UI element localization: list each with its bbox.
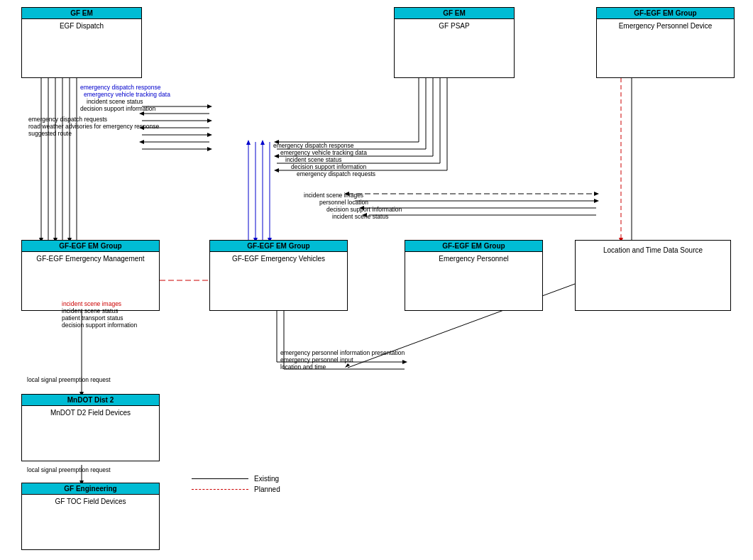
node-gfegf-em-body: GF-EGF Emergency Management [22,252,159,265]
node-ep-device-header: GF-EGF EM Group [597,8,734,19]
node-ep-body: Emergency Personnel [405,252,542,265]
svg-marker-17 [207,119,212,123]
diagram-container: GF EM EGF Dispatch GF EM GF PSAP GF-EGF … [0,0,753,560]
svg-marker-25 [207,147,212,151]
node-gf-toc: GF Engineering GF TOC Field Devices [21,483,160,550]
label-dispatch-requests-2: emergency dispatch requests [297,170,375,177]
label-ep-info-pres: emergency personnel information presenta… [280,349,405,356]
svg-marker-34 [274,154,279,158]
svg-marker-43 [594,192,599,196]
label-incident-scene-status-em: incident scene status [62,307,118,314]
label-patient-transport: patient transport status [62,314,123,322]
label-decision-support-2: decision support information [291,163,366,170]
legend-existing: Existing [192,475,280,483]
label-dispatch-requests-1: emergency dispatch requests [28,116,107,123]
node-gfegf-em-header: GF-EGF EM Group [22,241,159,252]
node-ep-device-body: Emergency Personnel Device [597,19,734,33]
node-egf-dispatch-header: GF EM [22,8,141,19]
svg-marker-21 [207,133,212,137]
node-gfegf-ev-header: GF-EGF EM Group [210,241,347,252]
svg-marker-40 [274,168,279,172]
svg-marker-23 [139,140,144,144]
node-mndot-body: MnDOT D2 Field Devices [22,406,159,419]
label-incident-scene-images-1: incident scene images [304,192,363,199]
label-local-signal-2: local signal preemption request [27,466,111,473]
legend-planned: Planned [192,485,280,493]
label-road-weather-1: road weather advisories for emergency re… [28,123,159,130]
label-incident-scene-1: incident scene status [87,98,143,105]
label-location-time: location and time [280,363,326,370]
node-gf-psap: GF EM GF PSAP [394,7,515,78]
svg-marker-59 [345,363,350,368]
label-incident-scene-status-2: incident scene status [332,213,388,220]
node-mndot: MnDOT Dist 2 MnDOT D2 Field Devices [21,394,160,461]
node-egf-dispatch-body: EGF Dispatch [22,19,141,33]
legend-planned-line [192,489,248,490]
node-gf-toc-body: GF TOC Field Devices [22,495,159,508]
node-gf-psap-header: GF EM [395,8,514,19]
node-gf-toc-header: GF Engineering [22,483,159,495]
label-incident-scene-2: incident scene status [285,156,341,163]
svg-marker-13 [207,104,212,109]
label-ep-input: emergency personnel input [280,356,353,363]
label-personnel-location: personnel location [319,199,368,206]
label-ev-tracking-2: emergency vehicle tracking data [280,149,367,156]
label-emergency-dispatch-response-2: emergency dispatch response [273,142,353,149]
legend-planned-label: Planned [254,485,280,493]
node-gf-psap-body: GF PSAP [395,19,514,33]
label-emergency-dispatch-response-1: emergency dispatch response [80,84,160,91]
node-gfegf-ev-body: GF-EGF Emergency Vehicles [210,252,347,265]
node-loc-time: Location and Time Data Source [575,240,731,311]
label-decision-support-em: decision support information [62,322,137,329]
svg-marker-54 [402,360,407,364]
legend-existing-line [192,478,248,479]
svg-marker-69 [246,140,251,145]
node-ep-device: GF-EGF EM Group Emergency Personnel Devi… [596,7,735,78]
label-ev-tracking-1: emergency vehicle tracking data [84,91,170,98]
svg-marker-45 [594,199,599,203]
label-incident-scene-images-em: incident scene images [62,300,121,307]
node-loc-time-body: Location and Time Data Source [576,243,730,257]
node-mndot-header: MnDOT Dist 2 [22,395,159,406]
label-decision-support-1: decision support information [80,105,155,112]
label-decision-support-3: decision support information [326,206,402,213]
node-ep: GF-EGF EM Group Emergency Personnel [405,240,543,311]
svg-marker-73 [260,140,265,145]
legend: Existing Planned [192,475,280,496]
node-ep-header: GF-EGF EM Group [405,241,542,252]
label-suggested-route-1: suggested route [28,130,72,137]
label-local-signal-1: local signal preemption request [27,376,111,383]
node-egf-dispatch: GF EM EGF Dispatch [21,7,142,78]
node-gfegf-ev: GF-EGF EM Group GF-EGF Emergency Vehicle… [209,240,348,311]
legend-existing-label: Existing [254,475,279,483]
